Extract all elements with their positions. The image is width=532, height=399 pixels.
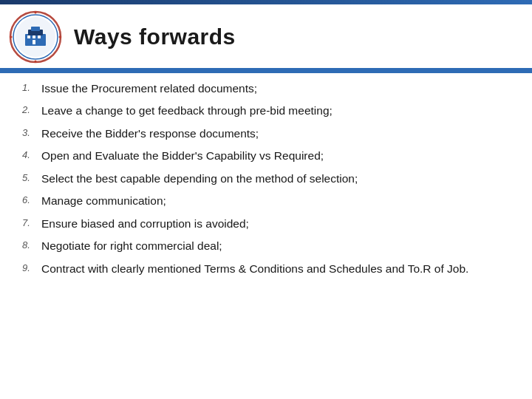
item-number: 3. (22, 126, 41, 140)
item-text: Receive the Bidder's response documents; (41, 126, 510, 142)
content-area: 1.Issue the Procurement related document… (0, 73, 532, 290)
list-item: 8.Negotiate for right commercial deal; (22, 238, 510, 254)
list-item: 6.Manage communication; (22, 193, 510, 209)
svg-rect-9 (33, 40, 35, 44)
item-number: 2. (22, 103, 41, 117)
svg-rect-5 (31, 27, 40, 31)
list-item: 9.Contract with clearly mentioned Terms … (22, 261, 510, 277)
item-number: 4. (22, 148, 41, 163)
list-item: 5.Select the best capable depending on t… (22, 171, 510, 187)
svg-point-13 (10, 36, 13, 38)
item-text: Ensure biased and corruption is avoided; (41, 216, 510, 232)
item-number: 1. (22, 81, 41, 95)
logo (9, 10, 62, 64)
item-text: Negotiate for right commercial deal; (41, 238, 510, 254)
svg-rect-7 (33, 35, 35, 38)
item-text: Contract with clearly mentioned Terms & … (41, 261, 510, 277)
item-number: 7. (22, 216, 41, 231)
svg-point-14 (59, 36, 61, 38)
item-text: Open and Evaluate the Bidder's Capabilit… (41, 148, 510, 164)
list-item: 1.Issue the Procurement related document… (22, 81, 510, 97)
item-number: 6. (22, 193, 41, 208)
item-text: Select the best capable depending on the… (41, 171, 510, 187)
item-number: 5. (22, 171, 41, 185)
list-item: 4.Open and Evaluate the Bidder's Capabil… (22, 148, 510, 164)
svg-point-11 (35, 12, 37, 14)
svg-point-12 (35, 61, 37, 63)
page-title: Ways forwards (74, 24, 236, 50)
item-text: Issue the Procurement related documents; (41, 81, 510, 97)
list-item: 7.Ensure biased and corruption is avoide… (22, 216, 510, 232)
item-number: 8. (22, 238, 41, 253)
item-text: Leave a change to get feedback through p… (41, 103, 510, 119)
svg-rect-8 (38, 35, 41, 38)
list-item: 3.Receive the Bidder's response document… (22, 126, 510, 142)
list-item: 2.Leave a change to get feedback through… (22, 103, 510, 119)
item-text: Manage communication; (41, 193, 510, 209)
svg-rect-6 (27, 35, 30, 38)
header: Ways forwards (0, 4, 532, 70)
item-number: 9. (22, 261, 41, 276)
